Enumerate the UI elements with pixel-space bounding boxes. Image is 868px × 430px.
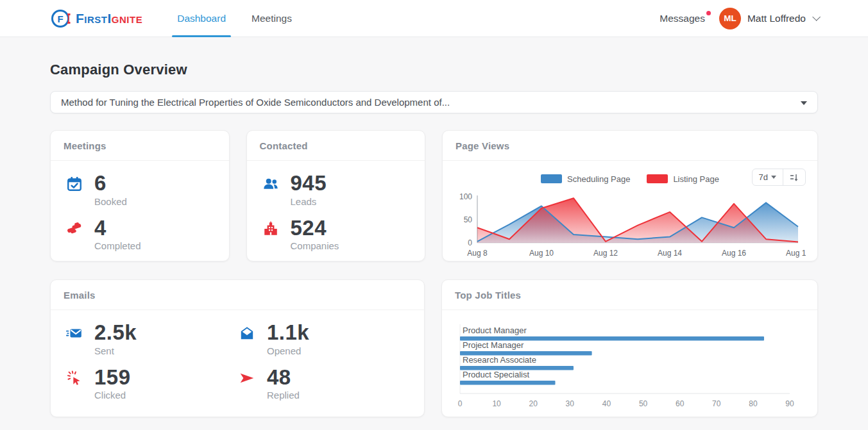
clicked-value: 159 <box>94 367 131 389</box>
main-nav: Dashboard Meetings <box>164 0 305 37</box>
completed-stat-text: 4 Completed <box>94 217 141 252</box>
booked-label: Booked <box>94 196 127 207</box>
companies-value: 524 <box>291 217 339 240</box>
leads-label: Leads <box>291 196 327 207</box>
svg-text:Research Associate: Research Associate <box>463 355 536 365</box>
meetings-card-body: 6 Booked <box>51 161 229 263</box>
messages-link[interactable]: Messages <box>660 13 705 24</box>
firstignite-logo[interactable]: F FirstIgnite <box>50 7 142 30</box>
sent-value: 2.5k <box>94 322 137 344</box>
svg-text:Aug 14: Aug 14 <box>658 249 682 258</box>
svg-text:Aug 10: Aug 10 <box>529 249 554 258</box>
chevron-down-icon <box>812 13 821 21</box>
brand-wordmark: FirstIgnite <box>76 11 142 26</box>
svg-text:Product Specialist: Product Specialist <box>463 370 529 379</box>
opened-value: 1.1k <box>267 322 309 344</box>
reply-arrow-icon <box>237 367 257 401</box>
svg-text:Project Manager: Project Manager <box>463 340 524 350</box>
leads-stat: 945 Leads <box>261 172 411 207</box>
booked-stat: 6 Booked <box>65 172 215 207</box>
svg-text:40: 40 <box>602 399 611 408</box>
building-icon <box>261 217 280 252</box>
contacted-card: Contacted 945 Leads <box>246 130 426 261</box>
messages-label: Messages <box>660 13 705 24</box>
sent-stat: 2.5k Sent <box>65 322 237 356</box>
completed-label: Completed <box>94 240 141 251</box>
replied-label: Replied <box>267 390 300 401</box>
range-value: 7d <box>759 172 768 182</box>
handshake-icon <box>65 217 84 252</box>
campaign-select-value: Method for Tuning the Electrical Propert… <box>61 97 450 108</box>
page-views-legend: Scheduling Page Listing Page 7d <box>454 166 806 192</box>
legend-scheduling-page[interactable]: Scheduling Page <box>541 174 630 184</box>
notification-dot <box>706 11 711 15</box>
legend-listing-page[interactable]: Listing Page <box>647 174 719 184</box>
user-name: Matt Loffredo <box>747 13 806 24</box>
campaign-select[interactable]: Method for Tuning the Electrical Propert… <box>50 91 818 113</box>
clicked-stat-text: 159 Clicked <box>94 367 131 401</box>
svg-text:90: 90 <box>785 399 794 408</box>
listing-swatch-icon <box>647 174 668 183</box>
range-selector[interactable]: 7d <box>753 169 783 185</box>
cards-row-2: Emails 2.5k Sent <box>50 279 818 417</box>
contacted-card-body: 945 Leads <box>247 161 425 263</box>
cards-row-1: Meetings 6 Booked <box>50 130 818 261</box>
users-icon <box>261 172 280 207</box>
svg-text:Aug 8: Aug 8 <box>467 249 488 258</box>
top-job-titles-body: Product ManagerProject ManagerResearch A… <box>442 310 817 415</box>
opened-stat: 1.1k Opened <box>237 322 410 356</box>
completed-stat: 4 Completed <box>65 217 215 252</box>
svg-text:50: 50 <box>464 215 473 224</box>
top-job-titles-title: Top Job Titles <box>442 280 817 310</box>
completed-value: 4 <box>94 217 141 240</box>
svg-text:0: 0 <box>468 238 472 247</box>
svg-text:Product Manager: Product Manager <box>463 326 527 335</box>
leads-value: 945 <box>291 172 327 195</box>
clicked-stat: 159 Clicked <box>65 367 237 401</box>
page-views-card-title: Page Views <box>443 131 817 161</box>
sort-icon <box>790 173 799 182</box>
meetings-card: Meetings 6 Booked <box>50 130 230 261</box>
svg-text:Aug 12: Aug 12 <box>593 249 618 258</box>
avatar[interactable]: ML <box>719 8 741 29</box>
svg-text:50: 50 <box>639 399 648 408</box>
area-chart-svg: 050100Aug 8Aug 10Aug 12Aug 14Aug 16Aug 1… <box>454 192 806 260</box>
svg-text:60: 60 <box>676 399 685 408</box>
svg-text:20: 20 <box>529 399 538 408</box>
companies-label: Companies <box>291 240 339 251</box>
sent-label: Sent <box>94 345 137 356</box>
replied-value: 48 <box>267 367 300 389</box>
nav-tab-dashboard[interactable]: Dashboard <box>164 0 239 37</box>
opened-label: Opened <box>267 345 309 356</box>
page-views-chart: 050100Aug 8Aug 10Aug 12Aug 14Aug 16Aug 1… <box>454 192 806 260</box>
booked-value: 6 <box>94 172 127 195</box>
range-caret-icon <box>771 176 776 179</box>
booked-stat-text: 6 Booked <box>94 172 127 207</box>
replied-stat-text: 48 Replied <box>267 367 300 401</box>
top-job-titles-card: Top Job Titles Product ManagerProject Ma… <box>441 279 818 417</box>
emails-card-title: Emails <box>51 280 424 310</box>
svg-text:Aug 16: Aug 16 <box>722 249 746 258</box>
meetings-card-title: Meetings <box>51 131 229 161</box>
top-job-titles-chart: Product ManagerProject ManagerResearch A… <box>454 319 806 413</box>
svg-text:0: 0 <box>458 399 463 408</box>
sort-button[interactable] <box>783 169 805 185</box>
mail-opened-icon <box>237 322 257 356</box>
listing-legend-label: Listing Page <box>673 174 719 184</box>
calendar-check-icon <box>65 172 84 207</box>
leads-stat-text: 945 Leads <box>291 172 327 207</box>
scheduling-swatch-icon <box>541 174 562 183</box>
topbar-right: Messages ML Matt Loffredo <box>660 8 818 29</box>
user-menu[interactable]: ML Matt Loffredo <box>719 8 818 29</box>
companies-stat: 524 Companies <box>261 217 411 252</box>
clicked-label: Clicked <box>94 390 131 401</box>
svg-text:70: 70 <box>712 399 721 408</box>
bar-chart-svg: Product ManagerProject ManagerResearch A… <box>454 319 805 413</box>
nav-tab-meetings[interactable]: Meetings <box>239 0 305 37</box>
replied-stat: 48 Replied <box>237 367 410 401</box>
logo-mark-icon: F <box>50 7 73 30</box>
contacted-card-title: Contacted <box>247 131 425 161</box>
scheduling-legend-label: Scheduling Page <box>567 174 630 184</box>
svg-text:10: 10 <box>492 399 501 408</box>
page-title: Campaign Overview <box>50 62 818 78</box>
